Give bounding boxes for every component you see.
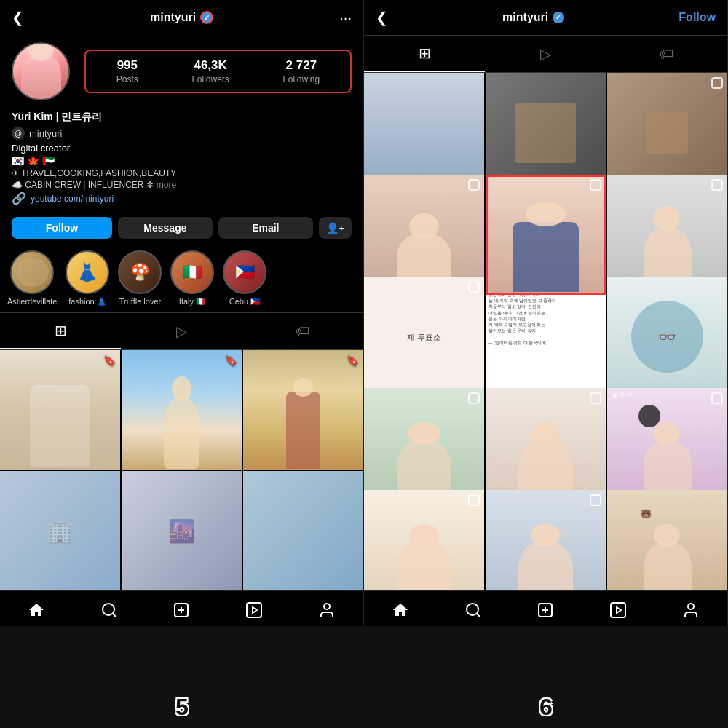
grid-cell-5[interactable]: 🌆 — [122, 471, 242, 590]
highlight-label-2: fashion 👗 — [68, 297, 107, 306]
screen5-header: ❮ mintyuri ✓ ··· — [0, 0, 363, 35]
profile-tabs-6: ⊞ ▷ 🏷 — [364, 35, 727, 73]
grid-cell-1[interactable]: 🔖 — [0, 350, 120, 470]
back-button-6[interactable]: ❮ — [376, 9, 388, 26]
nav-add-5[interactable] — [146, 597, 218, 623]
highlight-2[interactable]: 👗 fashion 👗 — [66, 250, 109, 306]
tagged-tab-icon: 🏷 — [296, 323, 310, 340]
tab-grid-6[interactable]: ⊞ — [364, 36, 485, 72]
tagged-tab-icon-6: 🏷 — [660, 46, 674, 63]
tab-reels[interactable]: ▷ — [121, 313, 242, 349]
grid-tab-icon-6: ⊞ — [419, 44, 431, 62]
bookmark-icon-1: 🔖 — [103, 355, 116, 366]
highlights-row: Astierdevillate 👗 fashion 👗 🍄 Truffle lo… — [0, 245, 363, 312]
nav-home-6[interactable] — [364, 597, 437, 623]
follow-button-6[interactable]: Follow — [678, 11, 716, 24]
page-number-6: 6 — [539, 694, 553, 721]
threads-icon: @ — [12, 127, 25, 140]
photo-grid: 🔖 🔖 🔖 🏢 — [0, 350, 363, 590]
nav-home-5[interactable] — [0, 597, 73, 623]
nav-reels-6[interactable] — [582, 597, 654, 623]
grid-cell-4[interactable]: 🏢 — [0, 471, 120, 590]
svg-point-0 — [103, 604, 114, 615]
bio-link[interactable]: youtube.com/mintyuri — [31, 194, 114, 204]
rgrid-cell-7[interactable]: 제 투표소 — [364, 277, 484, 397]
tab-reels-6[interactable]: ▷ — [485, 36, 606, 72]
avatar-container — [12, 42, 70, 100]
verified-badge: ✓ — [200, 11, 213, 24]
nav-profile-6[interactable] — [654, 597, 727, 623]
highlight-3[interactable]: 🍄 Truffle lover — [118, 250, 162, 306]
highlight-label-4: Italy 🇮🇹 — [179, 297, 206, 306]
highlight-circle-4: 🇮🇹 — [170, 250, 214, 294]
rgrid-cell-9[interactable]: 👓 — [607, 277, 727, 397]
highlight-5[interactable]: 🇵🇭 Cebu 🇵🇭 — [223, 250, 266, 306]
avatar[interactable] — [12, 42, 70, 100]
rgrid-cell-13[interactable] — [364, 490, 484, 590]
nav-profile-5[interactable] — [290, 597, 363, 623]
rgrid-cell-15[interactable]: 🐻 — [607, 490, 727, 590]
screen-5: ❮ mintyuri ✓ ··· 995 — [0, 0, 364, 626]
bio-section: Yuri Kim | 민트유리 @ mintyuri Digital creat… — [0, 108, 363, 211]
grid-cell-2[interactable]: 🔖 — [122, 350, 242, 470]
bio-interests: ✈ TRAVEL,COOKING,FASHION,BEAUTY — [12, 168, 352, 178]
bookmark-icon-2: 🔖 — [225, 355, 237, 366]
header-username-area-6: mintyuri ✓ — [502, 11, 564, 24]
nav-search-6[interactable] — [437, 597, 510, 623]
follow-button[interactable]: Follow — [12, 217, 112, 239]
nav-add-6[interactable] — [510, 597, 582, 623]
grid-cell-6[interactable] — [243, 471, 363, 590]
email-button[interactable]: Email — [218, 217, 313, 239]
followers-label: Followers — [191, 74, 229, 84]
checkbox-13 — [468, 494, 480, 506]
tab-tagged-6[interactable]: 🏷 — [606, 36, 727, 72]
screen-6: ❮ mintyuri ✓ Follow ⊞ ▷ 🏷 🚗 — [364, 0, 728, 626]
highlight-label-3: Truffle lover — [119, 297, 161, 306]
checkbox-6 — [711, 179, 723, 191]
posts-label: Posts — [116, 74, 138, 84]
tab-tagged[interactable]: 🏷 — [242, 313, 363, 349]
bio-cabin-row: ☁️ CABIN CREW | INFLUENCER ✼ more — [12, 180, 352, 190]
nav-search-5[interactable] — [73, 597, 146, 623]
nav-reels-5[interactable] — [218, 597, 290, 623]
highlight-label-1: Astierdevillate — [7, 297, 57, 306]
followers-stat[interactable]: 46,3K Followers — [191, 58, 229, 84]
posts-stat[interactable]: 995 Posts — [116, 58, 138, 84]
followers-count: 46,3K — [194, 58, 226, 73]
bottom-nav-5 — [0, 590, 363, 626]
highlight-circle-3: 🍄 — [118, 250, 162, 294]
back-button[interactable]: ❮ — [12, 9, 24, 26]
rgrid-cell-14[interactable] — [486, 490, 606, 590]
tab-grid[interactable]: ⊞ — [0, 313, 121, 349]
checkbox-3 — [711, 77, 723, 89]
grid-cell-3[interactable]: 🔖 — [243, 350, 363, 470]
avatar-figure — [21, 52, 61, 99]
message-button[interactable]: Message — [118, 217, 213, 239]
more-options-button[interactable]: ··· — [339, 9, 352, 26]
text-content-cell: 사랑을 주기도 하면서 스스로에게주목을 꿈꾸며 수구로부터도망하지 않고 그것… — [488, 280, 603, 394]
highlight-circle-2: 👗 — [66, 250, 109, 294]
bio-username-row: @ mintyuri — [12, 127, 352, 140]
rgrid-cell-5-selected[interactable] — [486, 175, 606, 295]
highlight-4[interactable]: 🇮🇹 Italy 🇮🇹 — [170, 250, 214, 306]
page-numbers-row: 5 6 — [0, 687, 728, 728]
add-user-button[interactable]: 👤+ — [319, 217, 352, 239]
reels-tab-icon-6: ▷ — [540, 45, 551, 63]
svg-point-3 — [324, 604, 330, 609]
highlight-label-5: Cebu 🇵🇭 — [229, 297, 261, 306]
checkbox-4 — [468, 179, 480, 191]
checkbox-7 — [468, 281, 480, 293]
bio-more-link[interactable]: more — [157, 180, 176, 190]
video-count: ◉ 854 — [612, 391, 632, 399]
avatar-head — [28, 44, 54, 61]
bio-link-row: 🔗 youtube.com/mintyuri — [12, 191, 352, 205]
reels-tab-icon: ▷ — [176, 323, 187, 340]
username-text-6: mintyuri — [502, 11, 548, 24]
bottom-nav-6 — [364, 590, 727, 626]
following-stat[interactable]: 2 727 Following — [282, 58, 320, 84]
highlight-1[interactable]: Astierdevillate — [7, 250, 57, 306]
header-username-area: mintyuri ✓ — [150, 11, 213, 24]
checkbox-10 — [468, 392, 480, 404]
bio-name: Yuri Kim | 민트유리 — [12, 111, 352, 124]
bio-flags: 🇰🇷 🍁 🇦🇪 — [12, 155, 352, 167]
